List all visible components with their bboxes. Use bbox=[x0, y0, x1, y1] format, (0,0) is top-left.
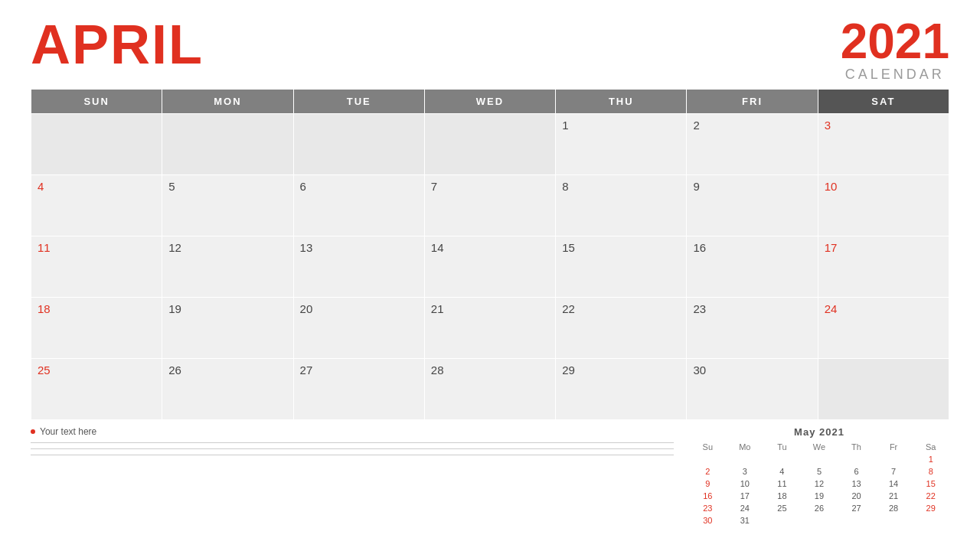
day-number: 16 bbox=[693, 241, 706, 254]
mini-cell: 4 bbox=[763, 465, 801, 478]
mini-cell: 11 bbox=[763, 478, 801, 490]
mini-cell: 30 bbox=[689, 514, 727, 527]
day-number: 7 bbox=[431, 180, 437, 193]
mini-week-1: 2345678 bbox=[689, 465, 949, 478]
calendar-cell: 12 bbox=[162, 236, 293, 298]
mini-cell bbox=[763, 514, 801, 527]
mini-cell: 7 bbox=[875, 465, 913, 478]
notes-line-1 bbox=[31, 442, 674, 443]
mini-cell: 21 bbox=[875, 490, 913, 502]
mini-cal-table: SuMoTuWeThFrSa 1234567891011121314151617… bbox=[689, 441, 949, 527]
calendar-cell: 2 bbox=[687, 114, 818, 175]
calendar-week-1: 45678910 bbox=[31, 175, 949, 236]
mini-cell: 23 bbox=[689, 502, 727, 514]
weekday-header-thu: THU bbox=[556, 90, 687, 114]
mini-weekday-we: We bbox=[801, 441, 838, 453]
mini-cell bbox=[801, 514, 838, 527]
calendar-cell: 9 bbox=[687, 175, 818, 236]
day-number: 18 bbox=[38, 302, 51, 315]
mini-week-2: 9101112131415 bbox=[689, 478, 949, 490]
calendar-cell: 22 bbox=[556, 298, 687, 359]
calendar-week-4: 252627282930 bbox=[31, 359, 949, 420]
calendar-cell: 15 bbox=[556, 236, 687, 298]
mini-cell: 10 bbox=[727, 478, 764, 490]
mini-cell bbox=[838, 453, 875, 465]
calendar-cell: 13 bbox=[293, 236, 424, 298]
mini-week-4: 23242526272829 bbox=[689, 502, 949, 514]
calendar-cell: 28 bbox=[424, 359, 555, 420]
weekday-header-tue: TUE bbox=[293, 90, 424, 114]
calendar-cell: 10 bbox=[818, 175, 949, 236]
calendar-week-3: 18192021222324 bbox=[31, 298, 949, 359]
weekday-header-sun: SUN bbox=[31, 90, 162, 114]
day-number: 30 bbox=[693, 364, 706, 377]
mini-week-0: 1 bbox=[689, 453, 949, 465]
calendar-cell: 17 bbox=[818, 236, 949, 298]
calendar-cell: 7 bbox=[424, 175, 555, 236]
mini-weekday-su: Su bbox=[689, 441, 727, 453]
calendar-body: 1234567891011121314151617181920212223242… bbox=[31, 114, 949, 420]
day-number: 27 bbox=[300, 364, 313, 377]
calendar-week-0: 123 bbox=[31, 114, 949, 175]
day-number: 12 bbox=[168, 241, 181, 254]
main-calendar: SUNMONTUEWEDTHUFRISAT 123456789101112131… bbox=[31, 89, 949, 420]
mini-week-5: 3031 bbox=[689, 514, 949, 527]
calendar-cell: 20 bbox=[293, 298, 424, 359]
month-title: APRIL bbox=[31, 17, 204, 72]
calendar-cell bbox=[424, 114, 555, 175]
mini-cell: 31 bbox=[727, 514, 764, 527]
mini-cell: 12 bbox=[801, 478, 838, 490]
notes-section: Your text here bbox=[31, 426, 674, 527]
calendar-cell: 24 bbox=[818, 298, 949, 359]
day-number: 4 bbox=[38, 180, 44, 193]
mini-cell: 20 bbox=[838, 490, 875, 502]
calendar-wrapper: SUNMONTUEWEDTHUFRISAT 123456789101112131… bbox=[0, 89, 980, 420]
mini-cell bbox=[875, 453, 913, 465]
calendar-cell bbox=[162, 114, 293, 175]
mini-cell: 29 bbox=[912, 502, 949, 514]
mini-cell bbox=[727, 453, 764, 465]
calendar-cell: 26 bbox=[162, 359, 293, 420]
calendar-cell: 6 bbox=[293, 175, 424, 236]
mini-cell bbox=[912, 514, 949, 527]
calendar-cell: 30 bbox=[687, 359, 818, 420]
day-number: 21 bbox=[431, 302, 444, 315]
mini-cell: 8 bbox=[912, 465, 949, 478]
mini-cell: 2 bbox=[689, 465, 727, 478]
mini-weekday-fr: Fr bbox=[875, 441, 913, 453]
year-number: 2021 bbox=[841, 17, 949, 66]
day-number: 9 bbox=[693, 180, 699, 193]
mini-cell bbox=[801, 453, 838, 465]
calendar-cell bbox=[818, 359, 949, 420]
mini-cell: 18 bbox=[763, 490, 801, 502]
calendar-cell: 29 bbox=[556, 359, 687, 420]
calendar-cell: 4 bbox=[31, 175, 162, 236]
notes-line-2 bbox=[31, 448, 674, 449]
mini-cell: 3 bbox=[727, 465, 764, 478]
bullet-dot bbox=[31, 429, 35, 434]
page-header: APRIL 2021 CALENDAR bbox=[0, 0, 980, 89]
weekday-header-fri: FRI bbox=[687, 90, 818, 114]
calendar-cell: 27 bbox=[293, 359, 424, 420]
mini-weekday-mo: Mo bbox=[727, 441, 764, 453]
mini-cell: 6 bbox=[838, 465, 875, 478]
mini-cal-title: May 2021 bbox=[689, 426, 949, 438]
mini-cell: 5 bbox=[801, 465, 838, 478]
day-number: 5 bbox=[168, 180, 175, 193]
day-number: 24 bbox=[825, 302, 838, 315]
calendar-week-2: 11121314151617 bbox=[31, 236, 949, 298]
year-block: 2021 CALENDAR bbox=[841, 17, 949, 81]
notes-text: Your text here bbox=[40, 426, 96, 437]
mini-cell bbox=[838, 514, 875, 527]
day-number: 2 bbox=[693, 119, 699, 132]
day-number: 10 bbox=[825, 180, 838, 193]
calendar-cell: 19 bbox=[162, 298, 293, 359]
weekday-header-sat: SAT bbox=[818, 90, 949, 114]
mini-cell: 13 bbox=[838, 478, 875, 490]
calendar-cell bbox=[31, 114, 162, 175]
mini-cell: 22 bbox=[912, 490, 949, 502]
calendar-cell: 21 bbox=[424, 298, 555, 359]
calendar-cell: 23 bbox=[687, 298, 818, 359]
mini-cell: 24 bbox=[727, 502, 764, 514]
calendar-cell: 3 bbox=[818, 114, 949, 175]
